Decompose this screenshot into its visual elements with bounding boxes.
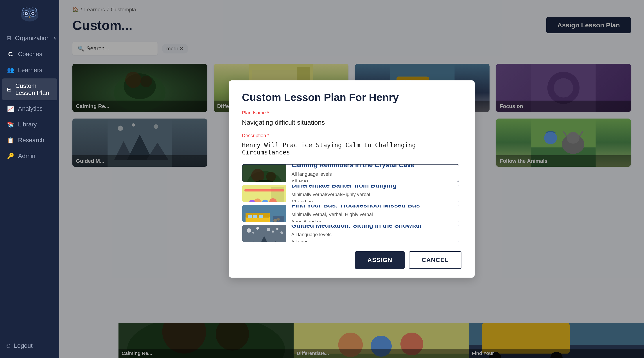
sidebar-item-label: Custom Lesson Plan <box>15 82 53 96</box>
lesson-info: Guided Meditation: Sitting in the Snowfa… <box>286 225 459 242</box>
description-label: Description * <box>242 133 462 139</box>
lesson-info: Differentiate Banter from Bullying Minim… <box>286 185 459 202</box>
lesson-meta-line1: Minimally verbal, Verbal, Highly verbal <box>292 211 454 218</box>
svg-point-5 <box>26 13 27 14</box>
lesson-title: Differentiate Banter from Bullying <box>292 185 454 189</box>
plan-name-label: Plan Name * <box>242 110 462 116</box>
sidebar-item-research[interactable]: 📋 Research <box>2 133 57 148</box>
svg-point-73 <box>247 228 251 233</box>
svg-rect-62 <box>253 215 257 218</box>
lesson-title: Calming Reminders in the Crystal Cave <box>292 164 454 169</box>
description-textarea[interactable]: Henry Will Practice Staying Calm In Chal… <box>242 140 462 158</box>
svg-point-75 <box>267 228 270 231</box>
lesson-thumbnail <box>242 165 286 182</box>
plan-name-input[interactable] <box>242 117 462 128</box>
grid-icon: ⊞ <box>6 35 12 42</box>
sidebar-item-library[interactable]: 📚 Library <box>2 117 57 132</box>
description-field: Description * Henry Will Practice Stayin… <box>242 133 462 164</box>
lesson-item-differentiate[interactable]: Differentiate Banter from Bullying Minim… <box>242 185 459 202</box>
sidebar-item-admin[interactable]: 🔑 Admin <box>2 149 57 164</box>
logo <box>0 6 59 22</box>
sidebar-item-custom-lesson-plan[interactable]: ⊟ Custom Lesson Plan <box>2 78 57 100</box>
chevron-icon: ∧ <box>53 36 56 40</box>
svg-point-74 <box>256 227 259 230</box>
modal-overlay: Custom Lesson Plan For Henry Plan Name *… <box>59 0 644 358</box>
sidebar-item-label: Library <box>18 121 37 128</box>
sidebar-item-label: Coaches <box>18 51 42 58</box>
sidebar: ⊞ Organization ∧ C Coaches 👥 Learners ⊟ … <box>0 0 59 358</box>
lesson-meta-line2: All ages <box>292 178 454 182</box>
modal-footer: ASSIGN CANCEL <box>242 246 462 269</box>
learners-icon: 👥 <box>6 67 14 74</box>
logout-button[interactable]: ⎋ Logout <box>0 338 59 354</box>
svg-rect-52 <box>244 189 284 191</box>
sidebar-item-label: Learners <box>18 67 42 74</box>
lesson-title: Find Your Bus: Troubleshoot Missed Bus <box>292 205 454 209</box>
plan-name-field: Plan Name * <box>242 110 462 133</box>
lesson-thumbnail <box>242 225 286 242</box>
sidebar-item-coaches[interactable]: C Coaches <box>2 46 57 62</box>
library-icon: 📚 <box>6 121 14 128</box>
lesson-meta-line2: Ages 8 and up <box>292 218 454 222</box>
lesson-meta-line1: Minimally verbal/Verbal/Highly verbal <box>292 191 454 198</box>
lesson-item-findbus[interactable]: Find Your Bus: Troubleshoot Missed Bus M… <box>242 205 459 222</box>
lesson-list: Calming Reminders in the Crystal Cave Al… <box>242 164 462 242</box>
analytics-icon: 📈 <box>6 105 14 112</box>
logout-label: Logout <box>14 342 33 349</box>
sidebar-item-label: Analytics <box>18 105 42 112</box>
sidebar-item-label: Research <box>18 137 44 144</box>
lesson-title: Guided Meditation: Sitting in the Snowfa… <box>292 225 454 229</box>
sidebar-item-analytics[interactable]: 📈 Analytics <box>2 101 57 116</box>
lesson-meta-line1: All language levels <box>292 231 454 238</box>
svg-rect-61 <box>248 215 252 218</box>
logout-icon: ⎋ <box>6 342 10 349</box>
svg-point-47 <box>266 172 276 181</box>
sidebar-nav: ⊞ Organization ∧ C Coaches 👥 Learners ⊟ … <box>0 31 59 338</box>
coaches-icon: C <box>6 50 14 58</box>
svg-point-77 <box>252 232 254 234</box>
svg-rect-63 <box>259 215 263 218</box>
lesson-thumbnail <box>242 205 286 222</box>
plan-name-required: * <box>266 110 269 115</box>
sidebar-item-label: Admin <box>18 153 35 160</box>
admin-icon: 🔑 <box>6 153 14 160</box>
main-content: 🏠 / Learners / Custompla... Custom... As… <box>59 0 644 358</box>
sidebar-item-learners[interactable]: 👥 Learners <box>2 63 57 78</box>
lesson-info: Find Your Bus: Troubleshoot Missed Bus M… <box>286 205 459 222</box>
custom-lesson-icon: ⊟ <box>6 86 12 93</box>
custom-lesson-plan-modal: Custom Lesson Plan For Henry Plan Name *… <box>229 80 474 278</box>
lesson-info: Calming Reminders in the Crystal Cave Al… <box>286 165 459 182</box>
lesson-meta-line2: All ages <box>292 238 454 242</box>
modal-title: Custom Lesson Plan For Henry <box>242 91 462 103</box>
assign-button[interactable]: ASSIGN <box>355 251 404 269</box>
lesson-item-snowfall[interactable]: Guided Meditation: Sitting in the Snowfa… <box>242 225 459 242</box>
cancel-button[interactable]: CANCEL <box>409 251 462 269</box>
sidebar-item-organization[interactable]: ⊞ Organization ∧ <box>2 31 57 46</box>
svg-point-79 <box>280 231 283 234</box>
svg-point-78 <box>272 230 274 233</box>
svg-point-76 <box>276 228 278 230</box>
research-icon: 📋 <box>6 137 14 144</box>
svg-rect-68 <box>273 216 284 222</box>
lesson-item-calming-cave[interactable]: Calming Reminders in the Crystal Cave Al… <box>242 164 459 182</box>
lesson-meta-line2: 11 and up <box>292 198 454 202</box>
lesson-meta-line1: All language levels <box>292 171 454 178</box>
sidebar-item-label: Organization <box>15 35 50 42</box>
svg-point-6 <box>32 13 34 14</box>
lesson-thumbnail <box>242 185 286 202</box>
